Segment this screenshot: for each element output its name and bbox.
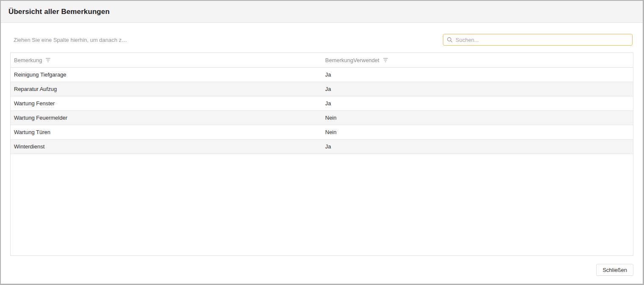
cell-verwendet: Ja — [322, 82, 633, 96]
column-header-bemerkungverwendet[interactable]: BemerkungVerwendet — [322, 53, 633, 67]
column-header-label: BemerkungVerwendet — [325, 57, 379, 63]
dialog-window: Übersicht aller Bemerkungen Ziehen Sie e… — [0, 0, 644, 285]
table-row[interactable]: Winterdienst Ja — [11, 140, 633, 154]
table-row[interactable]: Wartung Türen Nein — [11, 125, 633, 140]
filter-icon[interactable] — [45, 57, 51, 63]
grid-toolbar: Ziehen Sie eine Spalte hierhin, um danac… — [1, 23, 643, 52]
table-row[interactable]: Reinigung Tiefgarage Ja — [11, 68, 633, 82]
grid-header-row: Bemerkung BemerkungVerwendet — [11, 53, 633, 68]
group-panel[interactable]: Ziehen Sie eine Spalte hierhin, um danac… — [14, 37, 127, 43]
filter-icon[interactable] — [382, 57, 389, 63]
cell-verwendet: Nein — [322, 125, 633, 139]
cell-bemerkung: Reparatur Aufzug — [11, 82, 322, 96]
grid-rows: Reinigung Tiefgarage Ja Reparatur Aufzug… — [11, 68, 633, 255]
cell-bemerkung: Wartung Fenster — [11, 96, 322, 110]
cell-verwendet: Ja — [322, 68, 633, 82]
page-title: Übersicht aller Bemerkungen — [8, 8, 110, 16]
cell-bemerkung: Wartung Feuermelder — [11, 111, 322, 125]
table-row[interactable]: Wartung Fenster Ja — [11, 96, 633, 111]
search-box — [443, 34, 633, 46]
dialog-footer: Schließen — [1, 256, 643, 284]
cell-verwendet: Ja — [322, 96, 633, 110]
search-icon — [447, 37, 453, 43]
cell-bemerkung: Reinigung Tiefgarage — [11, 68, 322, 82]
cell-bemerkung: Winterdienst — [11, 140, 322, 153]
search-input[interactable] — [456, 37, 629, 43]
close-button[interactable]: Schließen — [596, 264, 633, 276]
cell-verwendet: Ja — [322, 140, 633, 153]
column-header-bemerkung[interactable]: Bemerkung — [11, 53, 322, 67]
column-header-label: Bemerkung — [14, 57, 42, 63]
cell-bemerkung: Wartung Türen — [11, 125, 322, 139]
data-grid: Bemerkung BemerkungVerwendet Reinigung T… — [10, 52, 633, 256]
table-row[interactable]: Wartung Feuermelder Nein — [11, 111, 633, 125]
cell-verwendet: Nein — [322, 111, 633, 125]
table-row[interactable]: Reparatur Aufzug Ja — [11, 82, 633, 96]
dialog-header: Übersicht aller Bemerkungen — [1, 1, 643, 23]
